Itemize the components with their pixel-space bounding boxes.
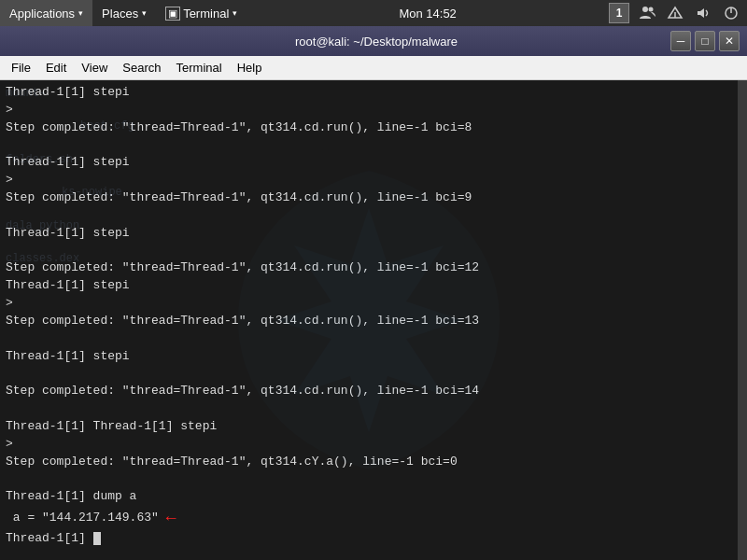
line-12: Thread-1[1] stepi — [6, 277, 741, 295]
dump-result: a = "144.217.149.63" — [6, 510, 159, 527]
maximize-button[interactable]: □ — [695, 31, 715, 51]
line-3: Step completed: "thread=Thread-1", qt314… — [6, 119, 741, 137]
applications-menu[interactable]: Applications ▾ — [0, 0, 92, 26]
window-title: root@kali: ~/Desktop/malware — [295, 35, 458, 49]
line-4 — [6, 137, 741, 155]
line-25: a = "144.217.149.63" ← — [6, 506, 741, 530]
svg-point-1 — [649, 7, 654, 12]
line-14: Step completed: "thread=Thread-1", qt314… — [6, 313, 741, 330]
title-bar: root@kali: ~/Desktop/malware ─ □ ✕ — [0, 26, 747, 56]
menu-edit[interactable]: Edit — [38, 59, 74, 77]
system-tray: 1 — [609, 3, 741, 23]
line-17 — [6, 366, 741, 384]
power-icon[interactable] — [721, 3, 741, 23]
line-2: > — [6, 102, 741, 119]
line-18: Step completed: "thread=Thread-1", qt314… — [6, 383, 741, 400]
terminal-window: root@kali: ~/Desktop/malware ─ □ ✕ File … — [0, 26, 747, 560]
places-arrow: ▾ — [142, 8, 147, 18]
line-10 — [6, 243, 741, 260]
applications-label: Applications — [9, 7, 75, 21]
terminal-arrow: ▾ — [233, 8, 237, 18]
terminal-icon: ▣ — [165, 7, 180, 21]
close-button[interactable]: ✕ — [719, 31, 740, 51]
svg-point-0 — [642, 7, 648, 12]
system-bar: Applications ▾ Places ▾ ▣ Terminal ▾ Mon… — [0, 0, 747, 26]
line-1: Thread-1[1] stepi — [6, 84, 741, 102]
menu-view[interactable]: View — [74, 59, 115, 77]
system-clock: Mon 14:52 — [247, 7, 609, 21]
places-label: Places — [102, 7, 138, 21]
window-controls: ─ □ ✕ — [670, 31, 740, 51]
terminal-label: Terminal — [183, 7, 229, 21]
line-8 — [6, 207, 741, 225]
network-icon[interactable] — [665, 3, 685, 23]
line-22: Step completed: "thread=Thread-1", qt314… — [6, 454, 741, 471]
menu-bar: File Edit View Search Terminal Help — [0, 56, 747, 80]
line-7: Step completed: "thread=Thread-1", qt314… — [6, 189, 741, 207]
applications-arrow: ▾ — [78, 8, 83, 18]
line-24: Thread-1[1] dump a — [6, 488, 741, 506]
scrollbar-thumb[interactable] — [738, 80, 747, 108]
line-20: Thread-1[1] Thread-1[1] stepi — [6, 418, 741, 436]
terminal-output: Thread-1[1] stepi > Step completed: "thr… — [6, 84, 741, 548]
line-23 — [6, 471, 741, 489]
menu-file[interactable]: File — [4, 59, 38, 77]
menu-help[interactable]: Help — [230, 59, 270, 77]
line-13: > — [6, 295, 741, 313]
line-6: > — [6, 172, 741, 189]
menu-search[interactable]: Search — [115, 59, 168, 77]
red-arrow-icon: ← — [166, 506, 176, 530]
places-menu[interactable]: Places ▾ — [92, 0, 156, 26]
line-19 — [6, 400, 741, 418]
terminal-cursor — [93, 532, 101, 545]
line-26: Thread-1[1] — [6, 530, 741, 548]
line-15 — [6, 330, 741, 348]
volume-icon[interactable] — [693, 3, 713, 23]
users-icon[interactable] — [637, 3, 657, 23]
menu-terminal[interactable]: Terminal — [169, 59, 230, 77]
terminal-menu[interactable]: ▣ Terminal ▾ — [156, 0, 247, 26]
line-5: Thread-1[1] stepi — [6, 154, 741, 172]
line-11: Step completed: "thread=Thread-1", qt314… — [6, 259, 741, 277]
line-21: > — [6, 436, 741, 454]
minimize-button[interactable]: ─ — [670, 31, 691, 51]
line-16: Thread-1[1] stepi — [6, 348, 741, 366]
line-9: Thread-1[1] stepi — [6, 225, 741, 243]
terminal-content[interactable]: mount- boot.cfg folders.sh ks-nowipe dal… — [0, 80, 747, 560]
workspace-badge[interactable]: 1 — [609, 3, 629, 23]
